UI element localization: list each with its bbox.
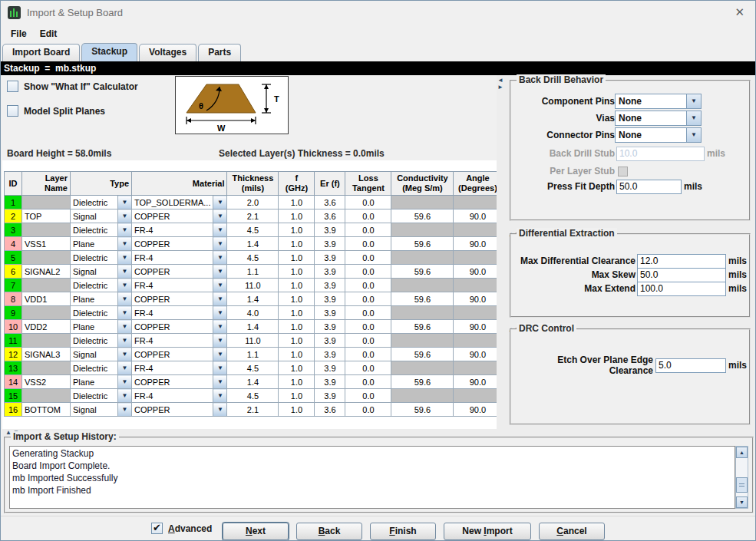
cell-frequency[interactable]: 1.0 [279, 389, 315, 403]
tab-voltages[interactable]: Voltages [139, 44, 196, 61]
menu-file[interactable]: File [8, 27, 30, 41]
type-dropdown-arrow-icon[interactable]: ▼ [118, 251, 132, 265]
cell-frequency[interactable]: 1.0 [279, 306, 315, 320]
cell-layer-name[interactable]: SIGNAL2 [22, 265, 71, 279]
material-dropdown-arrow-icon[interactable]: ▼ [213, 279, 227, 292]
cell-conductivity[interactable]: 59.6 [391, 320, 454, 334]
cell-frequency[interactable]: 1.0 [279, 361, 315, 375]
cell-material[interactable]: FR-4 [132, 389, 213, 403]
cell-loss-tangent[interactable]: 0.0 [345, 265, 391, 279]
type-dropdown-arrow-icon[interactable]: ▼ [118, 237, 132, 251]
material-dropdown-arrow-icon[interactable]: ▼ [213, 320, 227, 334]
cell-loss-tangent[interactable]: 0.0 [345, 403, 391, 417]
scroll-up-icon[interactable]: ▲ [736, 447, 748, 458]
cell-angle[interactable]: 90.0 [454, 403, 502, 417]
cell-er[interactable]: 3.9 [315, 389, 345, 403]
material-dropdown-arrow-icon[interactable]: ▼ [213, 334, 227, 348]
cell-material[interactable]: COPPER [132, 375, 213, 389]
cell-angle[interactable]: 90.0 [454, 320, 502, 334]
show-what-if-checkbox[interactable]: Show "What If" Calculator [7, 81, 138, 92]
type-dropdown-arrow-icon[interactable]: ▼ [118, 389, 132, 403]
cell-type[interactable]: Dielectric [71, 306, 118, 320]
cell-angle[interactable]: 90.0 [454, 265, 502, 279]
cell-thickness[interactable]: 1.1 [227, 265, 279, 279]
cell-er[interactable]: 3.9 [315, 237, 345, 251]
cell-type[interactable]: Dielectric [71, 334, 118, 348]
cell-loss-tangent[interactable]: 0.0 [345, 251, 391, 265]
cell-layer-name[interactable]: VDD2 [22, 320, 71, 334]
scroll-down-icon[interactable]: ▼ [736, 496, 748, 508]
cell-type[interactable]: Signal [71, 265, 118, 279]
chevron-down-icon[interactable]: ▼ [686, 127, 702, 143]
row-id-cell[interactable]: 2 [5, 209, 22, 223]
cell-type[interactable]: Signal [71, 209, 118, 223]
row-id-cell[interactable]: 3 [5, 223, 22, 237]
material-dropdown-arrow-icon[interactable]: ▼ [213, 389, 227, 403]
connector-pins-dropdown[interactable]: None ▼ [615, 127, 702, 143]
row-id-cell[interactable]: 14 [5, 375, 22, 389]
cell-type[interactable]: Dielectric [71, 223, 118, 237]
cell-loss-tangent[interactable]: 0.0 [345, 375, 391, 389]
cell-thickness[interactable]: 4.5 [227, 251, 279, 265]
cell-angle[interactable]: 90.0 [454, 209, 502, 223]
cell-material[interactable]: COPPER [132, 292, 213, 306]
cell-material[interactable]: TOP_SOLDERMA... [132, 196, 213, 209]
cell-frequency[interactable]: 1.0 [279, 237, 315, 251]
cell-type[interactable]: Signal [71, 348, 118, 361]
scrollbar-thumb[interactable] [736, 477, 748, 493]
cell-material[interactable]: COPPER [132, 237, 213, 251]
cell-thickness[interactable]: 2.0 [227, 196, 279, 209]
next-button[interactable]: Next [223, 523, 289, 540]
cell-thickness[interactable]: 4.5 [227, 389, 279, 403]
material-dropdown-arrow-icon[interactable]: ▼ [213, 375, 227, 389]
chevron-down-icon[interactable]: ▼ [686, 111, 702, 126]
row-id-cell[interactable]: 4 [5, 237, 22, 251]
cell-er[interactable]: 3.6 [315, 196, 345, 209]
cell-thickness[interactable]: 2.1 [227, 209, 279, 223]
cell-er[interactable]: 3.9 [315, 361, 345, 375]
cell-er[interactable]: 3.9 [315, 320, 345, 334]
cell-loss-tangent[interactable]: 0.0 [345, 320, 391, 334]
cell-material[interactable]: COPPER [132, 265, 213, 279]
type-dropdown-arrow-icon[interactable]: ▼ [118, 375, 132, 389]
collapse-right-icon[interactable]: ► [497, 84, 503, 91]
cell-material[interactable]: FR-4 [132, 361, 213, 375]
cell-conductivity[interactable]: 59.6 [391, 265, 454, 279]
cell-conductivity[interactable]: 59.6 [391, 403, 454, 417]
cell-thickness[interactable]: 1.4 [227, 320, 279, 334]
cell-material[interactable]: FR-4 [132, 334, 213, 348]
max-extend-field[interactable] [637, 282, 726, 296]
cell-type[interactable]: Plane [71, 237, 118, 251]
material-dropdown-arrow-icon[interactable]: ▼ [213, 251, 227, 265]
cell-angle[interactable]: 90.0 [454, 375, 502, 389]
vertical-splitter[interactable]: ◄ ► [497, 75, 505, 429]
type-dropdown-arrow-icon[interactable]: ▼ [118, 320, 132, 334]
cell-material[interactable]: COPPER [132, 403, 213, 417]
row-id-cell[interactable]: 10 [5, 320, 22, 334]
history-scrollbar[interactable]: ▲ ▼ [735, 446, 748, 509]
cell-thickness[interactable]: 1.4 [227, 375, 279, 389]
model-split-planes-checkbox[interactable]: Model Split Planes [7, 105, 105, 117]
advanced-checkbox[interactable]: Advanced [151, 523, 212, 534]
cell-material[interactable]: FR-4 [132, 251, 213, 265]
row-id-cell[interactable]: 16 [5, 403, 22, 417]
cell-type[interactable]: Dielectric [71, 279, 118, 292]
cell-thickness[interactable]: 1.4 [227, 292, 279, 306]
material-dropdown-arrow-icon[interactable]: ▼ [213, 209, 227, 223]
cell-conductivity[interactable]: 59.6 [391, 209, 454, 223]
tab-import-board[interactable]: Import Board [2, 44, 80, 61]
cell-type[interactable]: Dielectric [71, 251, 118, 265]
cell-thickness[interactable]: 4.5 [227, 361, 279, 375]
material-dropdown-arrow-icon[interactable]: ▼ [213, 223, 227, 237]
material-dropdown-arrow-icon[interactable]: ▼ [213, 403, 227, 417]
row-id-cell[interactable]: 9 [5, 306, 22, 320]
cell-frequency[interactable]: 1.0 [279, 292, 315, 306]
row-id-cell[interactable]: 7 [5, 279, 22, 292]
cell-thickness[interactable]: 11.0 [227, 334, 279, 348]
type-dropdown-arrow-icon[interactable]: ▼ [118, 209, 132, 223]
cell-thickness[interactable]: 4.0 [227, 306, 279, 320]
material-dropdown-arrow-icon[interactable]: ▼ [213, 237, 227, 251]
checkbox-box[interactable] [7, 105, 18, 117]
collapse-left-icon[interactable]: ◄ [497, 78, 503, 84]
cell-er[interactable]: 3.9 [315, 334, 345, 348]
